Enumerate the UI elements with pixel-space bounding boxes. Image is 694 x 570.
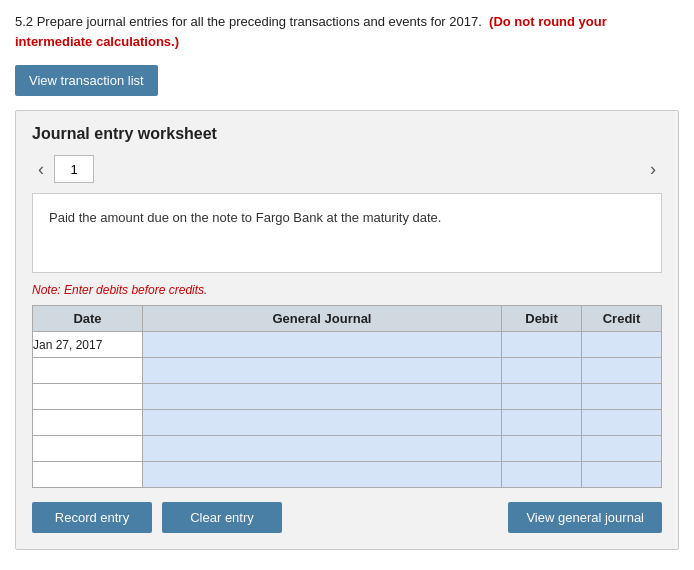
credit-input[interactable]: [582, 384, 661, 409]
col-header-credit: Credit: [582, 306, 662, 332]
debit-input[interactable]: [502, 384, 581, 409]
journal-table: Date General Journal Debit Credit Jan 27…: [32, 305, 662, 488]
credit-cell[interactable]: [582, 436, 662, 462]
credit-input[interactable]: [582, 410, 661, 435]
note-text: Note: Enter debits before credits.: [32, 283, 662, 297]
debit-cell[interactable]: [502, 436, 582, 462]
debit-cell[interactable]: [502, 410, 582, 436]
general-journal-cell[interactable]: [143, 384, 502, 410]
table-row: [33, 410, 662, 436]
col-header-debit: Debit: [502, 306, 582, 332]
date-cell-empty: [33, 358, 143, 384]
debit-input[interactable]: [502, 462, 581, 487]
credit-cell[interactable]: [582, 358, 662, 384]
record-entry-button[interactable]: Record entry: [32, 502, 152, 533]
col-header-date: Date: [33, 306, 143, 332]
debit-cell[interactable]: [502, 358, 582, 384]
debit-cell[interactable]: [502, 332, 582, 358]
table-row: [33, 384, 662, 410]
description-box: Paid the amount due on the note to Fargo…: [32, 193, 662, 273]
general-journal-input[interactable]: [143, 332, 501, 357]
debit-cell[interactable]: [502, 462, 582, 488]
credit-input[interactable]: [582, 358, 661, 383]
debit-cell[interactable]: [502, 384, 582, 410]
date-cell-empty: [33, 436, 143, 462]
debit-input[interactable]: [502, 410, 581, 435]
page-number-input[interactable]: [54, 155, 94, 183]
credit-input[interactable]: [582, 436, 661, 461]
worksheet-container: Journal entry worksheet ‹ › Paid the amo…: [15, 110, 679, 550]
general-journal-input[interactable]: [143, 462, 501, 487]
col-header-general: General Journal: [143, 306, 502, 332]
debit-input[interactable]: [502, 358, 581, 383]
prev-page-button[interactable]: ‹: [32, 157, 50, 182]
general-journal-cell[interactable]: [143, 410, 502, 436]
view-transaction-button[interactable]: View transaction list: [15, 65, 158, 96]
credit-input[interactable]: [582, 332, 661, 357]
credit-input[interactable]: [582, 462, 661, 487]
credit-cell[interactable]: [582, 462, 662, 488]
general-journal-cell[interactable]: [143, 358, 502, 384]
worksheet-title: Journal entry worksheet: [32, 125, 662, 143]
general-journal-input[interactable]: [143, 358, 501, 383]
view-general-journal-button[interactable]: View general journal: [508, 502, 662, 533]
debit-input[interactable]: [502, 436, 581, 461]
header-text: 5.2 Prepare journal entries for all the …: [15, 12, 679, 51]
description-text: Paid the amount due on the note to Fargo…: [49, 210, 441, 225]
table-row: [33, 462, 662, 488]
table-row: [33, 436, 662, 462]
credit-cell[interactable]: [582, 332, 662, 358]
clear-entry-button[interactable]: Clear entry: [162, 502, 282, 533]
date-cell-empty: [33, 410, 143, 436]
nav-row: ‹ ›: [32, 155, 662, 183]
credit-cell[interactable]: [582, 410, 662, 436]
general-journal-input[interactable]: [143, 436, 501, 461]
date-cell-empty: [33, 384, 143, 410]
date-cell: Jan 27, 2017: [33, 332, 143, 358]
debit-input[interactable]: [502, 332, 581, 357]
general-journal-input[interactable]: [143, 410, 501, 435]
credit-cell[interactable]: [582, 384, 662, 410]
next-page-button[interactable]: ›: [644, 157, 662, 182]
table-row: Jan 27, 2017: [33, 332, 662, 358]
table-row: [33, 358, 662, 384]
general-journal-input[interactable]: [143, 384, 501, 409]
instruction-text: 5.2 Prepare journal entries for all the …: [15, 14, 482, 29]
date-cell-empty: [33, 462, 143, 488]
general-journal-cell[interactable]: [143, 332, 502, 358]
general-journal-cell[interactable]: [143, 436, 502, 462]
action-row: Record entry Clear entry View general jo…: [32, 502, 662, 533]
general-journal-cell[interactable]: [143, 462, 502, 488]
